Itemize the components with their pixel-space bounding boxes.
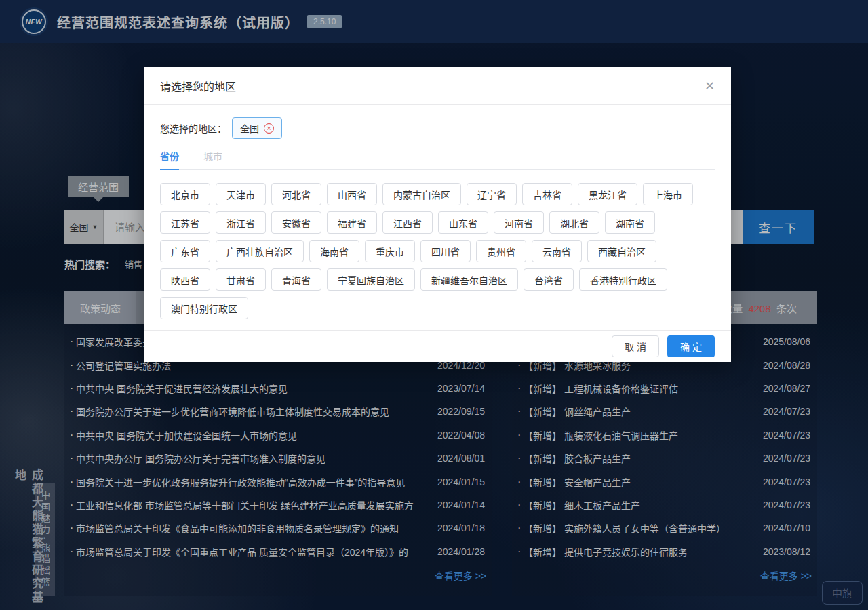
province-button[interactable]: 海南省	[309, 240, 359, 262]
province-button[interactable]: 香港特别行政区	[579, 268, 667, 291]
province-button[interactable]: 浙江省	[216, 211, 266, 234]
modal-body: 您选择的地区： 全国 × 省份 城市 北京市 天津市 河北省 山西省	[144, 105, 731, 319]
cancel-button[interactable]: 取 消	[612, 336, 659, 357]
selected-region-row: 您选择的地区： 全国 ×	[160, 117, 715, 139]
province-button[interactable]: 北京市	[160, 183, 210, 205]
province-button[interactable]: 江西省	[382, 211, 433, 234]
remove-region-icon[interactable]: ×	[264, 123, 274, 134]
screen: NFW 经营范围规范表述查询系统（试用版） 2.5.10 经营范围 结 全国 ▼…	[0, 0, 868, 610]
province-button[interactable]: 江苏省	[160, 211, 210, 234]
province-button[interactable]: 河南省	[494, 211, 544, 234]
province-button[interactable]: 宁夏回族自治区	[327, 268, 415, 291]
province-button[interactable]: 黑龙江省	[578, 183, 637, 205]
province-button[interactable]: 新疆维吾尔自治区	[420, 268, 518, 291]
province-button[interactable]: 辽宁省	[467, 183, 517, 205]
province-button[interactable]: 吉林省	[522, 183, 572, 205]
province-button[interactable]: 四川省	[420, 240, 471, 262]
selected-region-label: 您选择的地区：	[160, 121, 226, 135]
close-icon[interactable]: ✕	[705, 80, 715, 92]
modal-footer: 取 消 确 定	[144, 330, 731, 362]
province-button[interactable]: 广东省	[160, 240, 210, 262]
selected-region-chip[interactable]: 全国 ×	[232, 117, 282, 139]
tab-province[interactable]: 省份	[160, 149, 179, 170]
province-button[interactable]: 山东省	[438, 211, 488, 234]
region-type-tabs: 省份 城市	[160, 149, 715, 170]
province-button[interactable]: 台湾省	[524, 268, 574, 291]
modal-header: 请选择您的地区 ✕	[144, 67, 731, 105]
province-button[interactable]: 广西壮族自治区	[216, 240, 304, 262]
province-button[interactable]: 云南省	[532, 240, 582, 262]
tab-city[interactable]: 城市	[203, 149, 222, 169]
province-button[interactable]: 内蒙古自治区	[382, 183, 461, 205]
province-button[interactable]: 上海市	[643, 183, 693, 205]
modal-title: 请选择您的地区	[160, 78, 236, 94]
province-button[interactable]: 澳门特别行政区	[160, 297, 248, 319]
province-button[interactable]: 贵州省	[476, 240, 526, 262]
province-button[interactable]: 重庆市	[365, 240, 415, 262]
province-button[interactable]: 天津市	[216, 183, 266, 205]
province-button[interactable]: 河北省	[271, 183, 321, 205]
province-button[interactable]: 甘肃省	[216, 268, 266, 291]
region-picker-modal: 请选择您的地区 ✕ 您选择的地区： 全国 × 省份 城市 北京市 天津市	[144, 67, 731, 362]
province-button[interactable]: 安徽省	[271, 211, 321, 234]
province-button[interactable]: 湖北省	[549, 211, 599, 234]
province-button[interactable]: 陕西省	[160, 268, 210, 291]
province-grid: 北京市 天津市 河北省 山西省 内蒙古自治区 辽宁省 吉林省 黑龙江省 上海市	[160, 183, 704, 319]
province-button[interactable]: 山西省	[327, 183, 377, 205]
province-button[interactable]: 福建省	[327, 211, 377, 234]
province-button[interactable]: 青海省	[271, 268, 321, 291]
selected-region-chip-text: 全国	[240, 121, 259, 135]
province-button[interactable]: 湖南省	[605, 211, 655, 234]
confirm-button[interactable]: 确 定	[667, 336, 715, 357]
province-button[interactable]: 西藏自治区	[587, 240, 656, 262]
